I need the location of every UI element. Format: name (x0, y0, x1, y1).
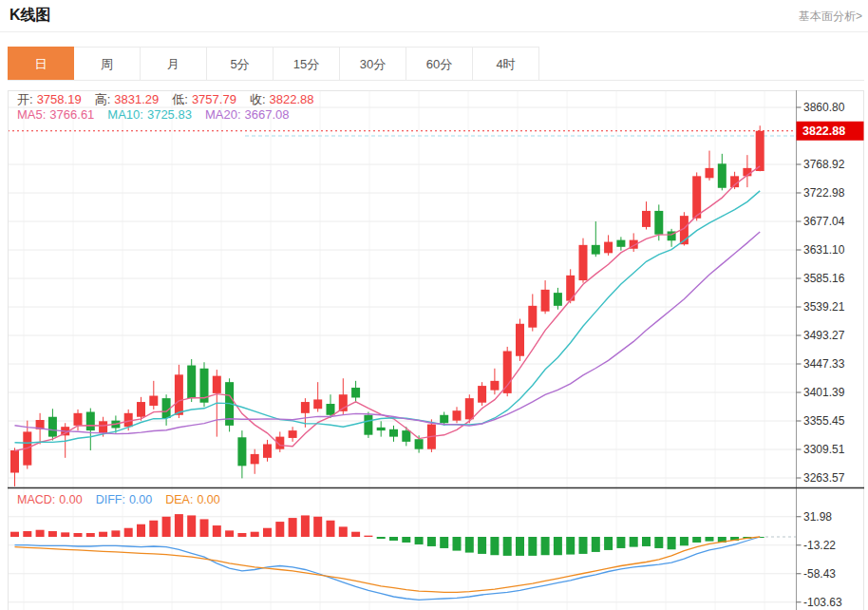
tab-period-6[interactable]: 60分 (406, 47, 473, 80)
candle-body (503, 352, 512, 393)
macd-bar (313, 517, 322, 537)
kline-page: K线图 基本面分析> 日周月5分15分30分60分4时 开:3758.19高:3… (0, 0, 868, 610)
tab-period-0[interactable]: 日 (8, 47, 74, 80)
macd-bar (351, 532, 360, 537)
candle-body (604, 242, 613, 254)
candle-body (389, 429, 398, 437)
legend-value: 3667.08 (245, 107, 290, 122)
ma10-line (15, 191, 761, 443)
candle-body (48, 417, 57, 437)
candle-body (99, 421, 107, 432)
macd-bar (503, 537, 512, 556)
tab-period-5[interactable]: 30分 (340, 47, 406, 80)
candle-body (579, 245, 588, 280)
price-tick-label: 3677.04 (803, 215, 845, 228)
candle-body (289, 430, 297, 438)
macd-bar (86, 533, 95, 537)
macd-bar (213, 525, 221, 537)
price-tick-label: 3539.21 (803, 300, 845, 314)
macd-bar (36, 530, 45, 537)
candle-body (237, 437, 246, 466)
price-tick-label: 3263.57 (803, 471, 845, 485)
macd-bar (440, 537, 448, 548)
price-tick-label: 3860.80 (803, 101, 845, 114)
legend-value: 0.00 (129, 493, 152, 506)
tab-period-1[interactable]: 周 (74, 47, 141, 80)
candle-body (453, 410, 462, 420)
macd-bar (402, 537, 410, 543)
price-tick-label: 3631.10 (803, 243, 845, 257)
tab-period-7[interactable]: 4时 (473, 47, 539, 80)
candle-body (187, 366, 196, 399)
macd-bar (289, 518, 297, 537)
macd-bar (654, 537, 663, 548)
candle-body (478, 386, 486, 403)
period-tab-bar: 日周月5分15分30分60分4时 (8, 47, 864, 81)
macd-bar (301, 515, 310, 537)
macd-bar (528, 537, 537, 556)
candle-body (490, 381, 499, 391)
macd-bar (263, 528, 272, 537)
candle-body (327, 404, 335, 415)
ma20-line (15, 232, 761, 434)
candle-body (465, 398, 474, 419)
legend-label: 低: (172, 92, 188, 106)
chart-area: 开:3758.19高:3831.29低:3757.79收:3822.88 MA5… (8, 90, 864, 610)
macd-bar (427, 537, 436, 546)
macd-bar (541, 537, 550, 555)
price-tick-label: 3309.51 (803, 443, 845, 456)
macd-bar (592, 537, 600, 552)
title-divider (0, 31, 868, 32)
legend-label: MA5: (17, 107, 46, 122)
candle-body (377, 428, 386, 430)
candle-body (654, 211, 663, 235)
page-title: K线图 (9, 6, 51, 26)
candle-body (692, 176, 701, 218)
tab-period-4[interactable]: 15分 (274, 47, 340, 80)
macd-bar (566, 537, 575, 555)
candle-body (554, 293, 562, 306)
macd-bar (642, 537, 651, 546)
candle-body (86, 412, 95, 431)
legend-label: DIFF: (96, 493, 125, 506)
ohlc-legend: 开:3758.19高:3831.29低:3757.79收:3822.88 (17, 91, 328, 108)
macd-bar (465, 537, 474, 553)
ma-legend: MA5:3766.61MA10:3725.83MA20:3667.08 (17, 107, 303, 122)
legend-label: 高: (95, 92, 111, 106)
macd-bar (339, 526, 348, 537)
legend-value: 3822.88 (270, 92, 314, 106)
kline-chart-svg: 3860.803814.863768.923722.983677.043631.… (8, 90, 864, 610)
legend-label: MA20: (205, 107, 241, 122)
macd-bar (48, 531, 57, 537)
macd-tick-label: -13.22 (803, 539, 836, 552)
candle-body (149, 396, 158, 406)
candle-body (364, 415, 372, 435)
macd-bar (111, 530, 120, 537)
tab-period-2[interactable]: 月 (141, 47, 207, 80)
macd-bar (225, 530, 234, 537)
macd-bar (124, 528, 133, 537)
macd-bar (490, 537, 499, 555)
fundamental-analysis-link[interactable]: 基本面分析> (799, 9, 862, 25)
legend-label: MA10: (107, 107, 143, 122)
candle-body (592, 245, 600, 255)
legend-value: 3766.61 (49, 107, 94, 122)
candle-body (313, 399, 322, 409)
legend-label: DEA: (165, 493, 193, 506)
macd-bar (275, 522, 284, 537)
price-tick-label: 3355.45 (803, 414, 845, 428)
price-tick-label: 3493.27 (803, 329, 845, 342)
macd-tick-label: -103.63 (803, 596, 842, 609)
tab-period-3[interactable]: 5分 (207, 47, 274, 80)
legend-label: 开: (17, 92, 33, 106)
candle-body (10, 450, 19, 473)
macd-bar (377, 537, 386, 539)
macd-bar (415, 537, 424, 544)
macd-bar (453, 537, 462, 551)
macd-bar (23, 531, 31, 537)
macd-bar (554, 537, 562, 555)
legend-value: 3758.19 (37, 92, 82, 106)
candle-body (642, 211, 651, 227)
macd-bar (616, 537, 625, 548)
macd-bar (706, 537, 714, 542)
